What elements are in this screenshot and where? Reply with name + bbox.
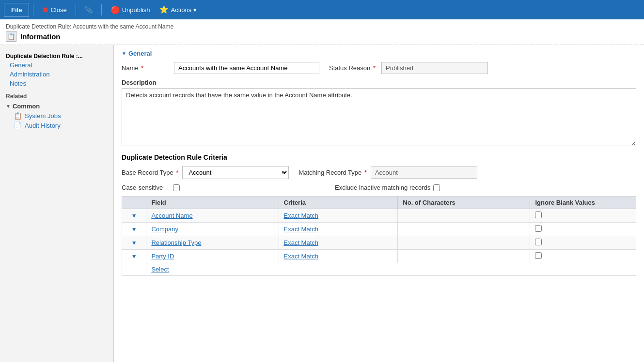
toolbar-divider-2 — [76, 4, 76, 15]
th-expand — [122, 196, 146, 209]
audit-history-label: Audit History — [25, 122, 61, 129]
actions-icon: ⭐ — [159, 5, 169, 14]
table-row: ▼ Party ID Exact Match — [122, 250, 636, 263]
name-input[interactable] — [174, 62, 319, 74]
status-reason-value: Published — [381, 62, 488, 74]
sidebar-item-audit-history[interactable]: 📄 Audit History — [0, 121, 113, 130]
row1-criteria-cell: Exact Match — [279, 209, 398, 223]
checkbox-row: Case-sensitive Exclude inactive matching… — [122, 184, 636, 191]
th-criteria: Criteria — [279, 196, 398, 209]
base-record-type-select[interactable]: Account — [182, 166, 289, 179]
th-chars: No. of Characters — [398, 196, 530, 209]
criteria-table: Field Criteria No. of Characters Ignore … — [122, 196, 636, 276]
status-reason-label: Status Reason * — [329, 64, 377, 72]
row2-expand-button[interactable]: ▼ — [130, 226, 138, 233]
th-ignore: Ignore Blank Values — [530, 196, 636, 209]
case-sensitive-label: Case-sensitive — [122, 184, 170, 191]
row4-field-cell: Party ID — [146, 250, 279, 263]
row4-chars-cell — [398, 250, 530, 263]
toolbar: File ✖ Close 📎 🔴 Unpublish ⭐ Actions ▾ — [0, 0, 644, 19]
row2-ignore-checkbox[interactable] — [535, 225, 542, 232]
description-textarea[interactable]: Detects account records that have the sa… — [122, 88, 636, 146]
related-label: Related — [0, 88, 113, 102]
base-record-type-wrapper[interactable]: Account — [182, 166, 289, 179]
page-icon: 📋 — [6, 31, 16, 42]
sidebar-item-administration[interactable]: Administration — [0, 70, 113, 79]
status-reason-field-group: Status Reason * Published — [329, 62, 488, 74]
base-record-type-group: Base Record Type * Account — [122, 166, 289, 179]
table-row: ▼ Account Name Exact Match — [122, 209, 636, 223]
select-link[interactable]: Select — [151, 266, 169, 273]
select-link-cell: Select — [146, 263, 636, 276]
row4-ignore-checkbox[interactable] — [535, 252, 542, 259]
sidebar-section-title: Duplicate Detection Rule :... — [0, 50, 113, 60]
row2-expand-cell: ▼ — [122, 223, 146, 236]
file-button[interactable]: File — [4, 3, 29, 17]
name-label: Name * — [122, 64, 170, 72]
row2-criteria-link[interactable]: Exact Match — [284, 226, 319, 233]
criteria-table-header-row: Field Criteria No. of Characters Ignore … — [122, 196, 636, 209]
sidebar-item-notes[interactable]: Notes — [0, 79, 113, 88]
actions-label: Actions ▾ — [171, 6, 196, 14]
row2-criteria-cell: Exact Match — [279, 223, 398, 236]
unpublish-button[interactable]: 🔴 Unpublish — [106, 3, 155, 16]
attachment-button[interactable]: 📎 — [80, 4, 97, 15]
row3-criteria-link[interactable]: Exact Match — [284, 239, 319, 246]
name-required-star: * — [141, 64, 143, 72]
unpublish-label: Unpublish — [122, 6, 150, 14]
row4-expand-cell: ▼ — [122, 250, 146, 263]
row4-expand-button[interactable]: ▼ — [130, 253, 138, 260]
sidebar-item-general[interactable]: General — [0, 60, 113, 70]
close-button[interactable]: ✖ Close — [37, 3, 71, 16]
description-label: Description — [122, 79, 636, 86]
exclude-inactive-label: Exclude inactive matching records — [335, 184, 430, 191]
row3-field-cell: Relationship Type — [146, 236, 279, 250]
row3-ignore-checkbox[interactable] — [535, 239, 542, 245]
row1-expand-cell: ▼ — [122, 209, 146, 223]
row2-ignore-cell — [530, 223, 636, 236]
page-title-row: 📋 Information — [6, 31, 638, 42]
case-sensitive-checkbox[interactable] — [173, 184, 180, 191]
row1-chars-cell — [398, 209, 530, 223]
select-row: Select — [122, 263, 636, 276]
row1-criteria-link[interactable]: Exact Match — [284, 212, 319, 219]
row4-ignore-cell — [530, 250, 636, 263]
row3-ignore-cell — [530, 236, 636, 250]
close-icon: ✖ — [42, 5, 48, 15]
general-collapse-arrow: ▼ — [122, 51, 126, 56]
attachment-icon: 📎 — [85, 6, 93, 14]
row1-expand-button[interactable]: ▼ — [130, 212, 138, 219]
exclude-inactive-field: Exclude inactive matching records — [335, 184, 440, 191]
base-record-required-star: * — [176, 169, 178, 176]
actions-button[interactable]: ⭐ Actions ▾ — [155, 3, 201, 16]
common-group-title: ▼ Common — [0, 102, 113, 111]
row4-field-link[interactable]: Party ID — [151, 253, 174, 260]
case-sensitive-field: Case-sensitive — [122, 184, 180, 191]
row3-expand-button[interactable]: ▼ — [130, 240, 138, 246]
system-jobs-label: System Jobs — [25, 112, 61, 120]
matching-record-type-value: Account — [371, 166, 477, 179]
matching-record-required-star: * — [364, 169, 367, 176]
row2-field-cell: Company — [146, 223, 279, 236]
row2-field-link[interactable]: Company — [151, 226, 178, 233]
select-expand-cell — [122, 263, 146, 276]
common-collapse-arrow: ▼ — [6, 104, 11, 109]
sidebar-item-system-jobs[interactable]: 📋 System Jobs — [0, 111, 113, 121]
toolbar-divider-1 — [33, 4, 33, 15]
table-row: ▼ Company Exact Match — [122, 223, 636, 236]
row1-field-link[interactable]: Account Name — [151, 212, 192, 219]
row3-field-link[interactable]: Relationship Type — [151, 239, 201, 246]
table-row: ▼ Relationship Type Exact Match — [122, 236, 636, 250]
general-section-title: General — [128, 50, 152, 57]
criteria-table-body: ▼ Account Name Exact Match ▼ — [122, 209, 636, 276]
row4-criteria-cell: Exact Match — [279, 250, 398, 263]
close-label: Close — [50, 6, 66, 14]
row4-criteria-link[interactable]: Exact Match — [284, 253, 319, 260]
row1-ignore-cell — [530, 209, 636, 223]
toolbar-divider-3 — [101, 4, 102, 15]
criteria-title: Duplicate Detection Rule Criteria — [122, 153, 636, 161]
exclude-inactive-checkbox[interactable] — [433, 184, 440, 191]
matching-record-type-label: Matching Record Type * — [298, 169, 367, 176]
general-section-header: ▼ General — [122, 50, 636, 57]
row1-ignore-checkbox[interactable] — [535, 211, 542, 218]
